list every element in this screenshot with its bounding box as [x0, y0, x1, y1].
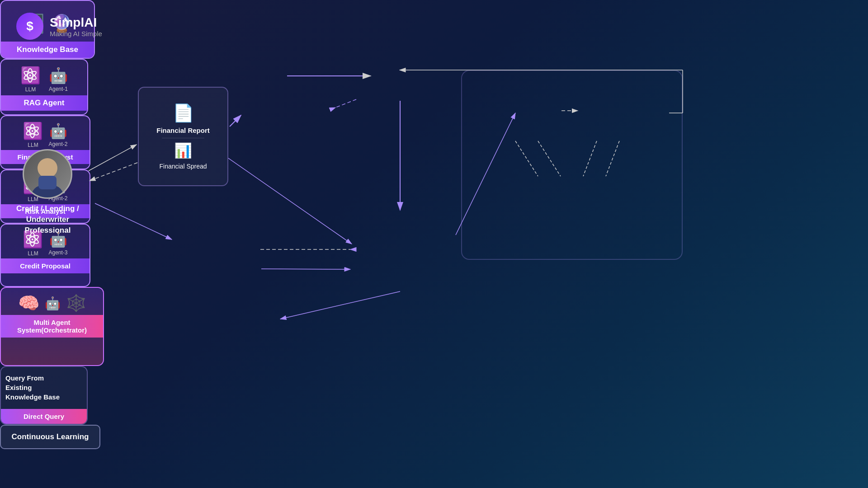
svg-line-6	[89, 145, 137, 171]
avatar	[23, 149, 72, 199]
network-icon: 🕸️	[66, 294, 86, 313]
direct-query-label: Direct Query	[1, 409, 87, 424]
svg-line-25	[606, 141, 619, 176]
logo-area: $ SimplAI Making AI Simple	[16, 13, 102, 40]
svg-line-10	[335, 99, 356, 108]
financial-report-label: Financial Report	[156, 127, 210, 134]
svg-line-23	[538, 141, 561, 176]
continuous-learning-node: Continuous Learning	[0, 425, 100, 449]
brain-icon: 🧠	[18, 293, 39, 313]
logo-subtitle: Making AI Simple	[50, 30, 102, 38]
agents-border	[461, 70, 683, 260]
fa-atom-icon: ⚛️	[23, 122, 43, 141]
knowledge-base-label: Knowledge Base	[1, 42, 94, 58]
fa-agent2-label: Agent-2	[48, 141, 67, 147]
ai-badge-icon: 🤖	[45, 296, 61, 311]
logo-icon: $	[16, 13, 43, 40]
svg-line-7	[90, 163, 137, 181]
rag-icons: ⚛️ LLM 🤖 Agent-1	[1, 60, 87, 95]
svg-rect-2	[38, 176, 57, 189]
rag-atom-icon: ⚛️	[20, 66, 41, 85]
svg-line-24	[583, 141, 597, 176]
rag-llm-label: LLM	[25, 86, 36, 93]
mas-icons: 🧠 🤖 🕸️	[1, 288, 103, 315]
svg-line-14	[95, 203, 172, 239]
fa-icons: ⚛️ LLM 🤖 Agent-2	[1, 116, 90, 150]
svg-point-0	[38, 158, 57, 178]
query-node: Query From Existing Knowledge Base Direc…	[0, 366, 88, 425]
fa-llm-label: LLM	[28, 142, 38, 148]
logo-text: SimplAI Making AI Simple	[50, 15, 102, 38]
financial-report-icon: 📄	[173, 103, 194, 123]
user-box: Credit / Lending / Underwriter Professio…	[16, 149, 79, 235]
svg-line-22	[515, 141, 538, 176]
query-text: Query From Existing Knowledge Base	[1, 367, 87, 405]
financial-spread-label: Financial Spread	[159, 163, 207, 170]
rag-agent-node: ⚛️ LLM 🤖 Agent-1 RAG Agent	[0, 59, 88, 115]
multi-agent-node: 🧠 🤖 🕸️ Multi Agent System(Orchestrator)	[0, 287, 104, 366]
svg-line-26	[280, 291, 400, 319]
fa-robot-icon: 🤖	[49, 122, 67, 140]
financial-report-node: 📄 Financial Report 📊 Financial Spread	[138, 87, 228, 186]
rag-robot-icon: 🤖	[49, 66, 68, 84]
user-label: Credit / Lending / Underwriter Professio…	[16, 203, 79, 235]
cp-llm-label: LLM	[28, 250, 38, 257]
continuous-learning-label: Continuous Learning	[12, 432, 89, 441]
multi-agent-label: Multi Agent System(Orchestrator)	[1, 315, 103, 338]
svg-line-12	[228, 158, 352, 244]
logo-symbol: $	[26, 19, 33, 33]
cp-agent3-label: Agent-3	[48, 249, 67, 256]
arrows-overlay	[0, 0, 868, 488]
svg-line-15	[261, 269, 350, 269]
svg-line-16	[456, 113, 515, 235]
rag-agent1-label: Agent-1	[49, 86, 68, 92]
logo-title: SimplAI	[50, 15, 102, 30]
svg-line-8	[230, 115, 241, 127]
credit-proposal-label: Credit Proposal	[1, 258, 90, 273]
financial-spread-icon: 📊	[174, 142, 192, 159]
rag-agent-label: RAG Agent	[1, 95, 87, 111]
